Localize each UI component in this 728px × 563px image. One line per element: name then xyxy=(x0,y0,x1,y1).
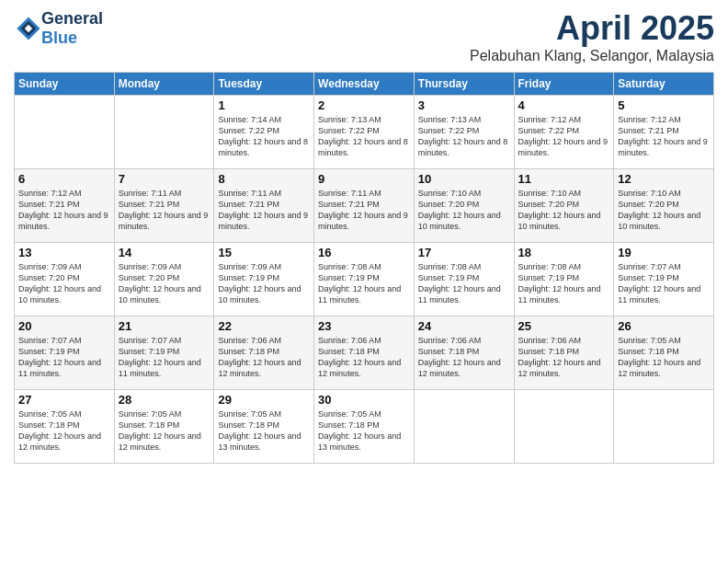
calendar-cell: 20Sunrise: 7:07 AMSunset: 7:19 PMDayligh… xyxy=(15,316,115,390)
calendar-cell: 5Sunrise: 7:12 AMSunset: 7:21 PMDaylight… xyxy=(614,96,714,169)
calendar-cell: 17Sunrise: 7:08 AMSunset: 7:19 PMDayligh… xyxy=(414,243,514,316)
calendar-cell: 23Sunrise: 7:06 AMSunset: 7:18 PMDayligh… xyxy=(314,316,415,390)
calendar-cell: 4Sunrise: 7:12 AMSunset: 7:22 PMDaylight… xyxy=(514,96,614,169)
day-number: 5 xyxy=(618,98,710,112)
logo-general-text: General xyxy=(41,9,103,29)
calendar-week-row: 1Sunrise: 7:14 AMSunset: 7:22 PMDaylight… xyxy=(15,96,714,169)
day-info: Sunrise: 7:05 AMSunset: 7:18 PMDaylight:… xyxy=(218,408,310,454)
calendar-cell: 25Sunrise: 7:06 AMSunset: 7:18 PMDayligh… xyxy=(514,316,614,390)
calendar-cell: 21Sunrise: 7:07 AMSunset: 7:19 PMDayligh… xyxy=(114,316,214,390)
day-info: Sunrise: 7:08 AMSunset: 7:19 PMDaylight:… xyxy=(318,261,410,306)
logo-blue-text: Blue xyxy=(41,29,103,48)
day-number: 18 xyxy=(518,246,610,259)
day-number: 11 xyxy=(518,172,610,186)
title-block: April 2025 Pelabuhan Klang, Selangor, Ma… xyxy=(470,9,714,64)
day-number: 8 xyxy=(218,172,310,186)
calendar-cell xyxy=(614,390,714,464)
calendar-cell: 26Sunrise: 7:05 AMSunset: 7:18 PMDayligh… xyxy=(614,316,714,390)
day-number: 9 xyxy=(318,172,410,186)
header: General Blue April 2025 Pelabuhan Klang,… xyxy=(14,9,714,64)
weekday-header-row: SundayMondayTuesdayWednesdayThursdayFrid… xyxy=(15,73,714,96)
day-number: 1 xyxy=(218,98,310,112)
day-info: Sunrise: 7:10 AMSunset: 7:20 PMDaylight:… xyxy=(618,188,710,233)
day-info: Sunrise: 7:08 AMSunset: 7:19 PMDaylight:… xyxy=(518,261,610,306)
logo-text: General Blue xyxy=(41,9,103,48)
day-number: 12 xyxy=(618,172,710,186)
calendar-cell: 14Sunrise: 7:09 AMSunset: 7:20 PMDayligh… xyxy=(114,243,214,316)
calendar-cell: 16Sunrise: 7:08 AMSunset: 7:19 PMDayligh… xyxy=(314,243,415,316)
day-number: 19 xyxy=(618,246,710,259)
calendar-cell: 28Sunrise: 7:05 AMSunset: 7:18 PMDayligh… xyxy=(114,390,214,464)
calendar-cell: 19Sunrise: 7:07 AMSunset: 7:19 PMDayligh… xyxy=(614,243,714,316)
day-number: 20 xyxy=(18,319,110,333)
day-info: Sunrise: 7:09 AMSunset: 7:20 PMDaylight:… xyxy=(18,261,110,306)
day-info: Sunrise: 7:12 AMSunset: 7:21 PMDaylight:… xyxy=(618,114,710,159)
calendar-cell: 30Sunrise: 7:05 AMSunset: 7:18 PMDayligh… xyxy=(314,390,415,464)
day-info: Sunrise: 7:07 AMSunset: 7:19 PMDaylight:… xyxy=(18,335,110,380)
day-number: 21 xyxy=(119,319,210,333)
day-number: 3 xyxy=(418,98,510,112)
day-info: Sunrise: 7:06 AMSunset: 7:18 PMDaylight:… xyxy=(318,335,410,380)
day-number: 28 xyxy=(119,393,210,407)
day-info: Sunrise: 7:08 AMSunset: 7:19 PMDaylight:… xyxy=(418,261,510,306)
day-info: Sunrise: 7:06 AMSunset: 7:18 PMDaylight:… xyxy=(218,335,310,380)
day-info: Sunrise: 7:13 AMSunset: 7:22 PMDaylight:… xyxy=(318,114,410,159)
calendar-cell xyxy=(514,390,614,464)
logo: General Blue xyxy=(14,9,103,48)
weekday-header-friday: Friday xyxy=(514,73,614,96)
day-info: Sunrise: 7:11 AMSunset: 7:21 PMDaylight:… xyxy=(318,188,410,233)
day-info: Sunrise: 7:05 AMSunset: 7:18 PMDaylight:… xyxy=(618,335,710,380)
day-info: Sunrise: 7:05 AMSunset: 7:18 PMDaylight:… xyxy=(18,408,110,454)
calendar-week-row: 20Sunrise: 7:07 AMSunset: 7:19 PMDayligh… xyxy=(15,316,714,390)
weekday-header-saturday: Saturday xyxy=(614,73,714,96)
day-info: Sunrise: 7:13 AMSunset: 7:22 PMDaylight:… xyxy=(418,114,510,159)
day-number: 14 xyxy=(119,246,210,259)
main-title: April 2025 xyxy=(470,9,714,48)
calendar-cell: 27Sunrise: 7:05 AMSunset: 7:18 PMDayligh… xyxy=(15,390,115,464)
logo-icon xyxy=(16,16,41,41)
calendar-cell: 18Sunrise: 7:08 AMSunset: 7:19 PMDayligh… xyxy=(514,243,614,316)
calendar-week-row: 27Sunrise: 7:05 AMSunset: 7:18 PMDayligh… xyxy=(15,390,714,464)
calendar-cell: 1Sunrise: 7:14 AMSunset: 7:22 PMDaylight… xyxy=(214,96,314,169)
calendar-cell: 22Sunrise: 7:06 AMSunset: 7:18 PMDayligh… xyxy=(214,316,314,390)
weekday-header-monday: Monday xyxy=(114,73,214,96)
calendar-cell: 15Sunrise: 7:09 AMSunset: 7:19 PMDayligh… xyxy=(214,243,314,316)
calendar-cell: 7Sunrise: 7:11 AMSunset: 7:21 PMDaylight… xyxy=(114,169,214,243)
day-info: Sunrise: 7:12 AMSunset: 7:22 PMDaylight:… xyxy=(518,114,610,159)
day-info: Sunrise: 7:09 AMSunset: 7:20 PMDaylight:… xyxy=(119,261,210,306)
day-info: Sunrise: 7:12 AMSunset: 7:21 PMDaylight:… xyxy=(18,188,110,233)
calendar-cell xyxy=(114,96,214,169)
day-number: 25 xyxy=(518,319,610,333)
calendar-cell: 2Sunrise: 7:13 AMSunset: 7:22 PMDaylight… xyxy=(314,96,415,169)
day-info: Sunrise: 7:10 AMSunset: 7:20 PMDaylight:… xyxy=(518,188,610,233)
day-info: Sunrise: 7:11 AMSunset: 7:21 PMDaylight:… xyxy=(119,188,210,233)
calendar-cell: 11Sunrise: 7:10 AMSunset: 7:20 PMDayligh… xyxy=(514,169,614,243)
calendar-cell: 3Sunrise: 7:13 AMSunset: 7:22 PMDaylight… xyxy=(414,96,514,169)
calendar-cell xyxy=(414,390,514,464)
day-info: Sunrise: 7:06 AMSunset: 7:18 PMDaylight:… xyxy=(518,335,610,380)
calendar-cell: 9Sunrise: 7:11 AMSunset: 7:21 PMDaylight… xyxy=(314,169,415,243)
day-number: 23 xyxy=(318,319,410,333)
calendar-cell: 13Sunrise: 7:09 AMSunset: 7:20 PMDayligh… xyxy=(15,243,115,316)
day-info: Sunrise: 7:06 AMSunset: 7:18 PMDaylight:… xyxy=(418,335,510,380)
weekday-header-wednesday: Wednesday xyxy=(314,73,415,96)
calendar-table: SundayMondayTuesdayWednesdayThursdayFrid… xyxy=(14,72,714,464)
weekday-header-thursday: Thursday xyxy=(414,73,514,96)
calendar-week-row: 6Sunrise: 7:12 AMSunset: 7:21 PMDaylight… xyxy=(15,169,714,243)
calendar-cell xyxy=(15,96,115,169)
day-number: 13 xyxy=(18,246,110,259)
calendar-cell: 10Sunrise: 7:10 AMSunset: 7:20 PMDayligh… xyxy=(414,169,514,243)
day-info: Sunrise: 7:05 AMSunset: 7:18 PMDaylight:… xyxy=(318,408,410,454)
day-info: Sunrise: 7:11 AMSunset: 7:21 PMDaylight:… xyxy=(218,188,310,233)
day-number: 24 xyxy=(418,319,510,333)
page: General Blue April 2025 Pelabuhan Klang,… xyxy=(0,0,728,563)
calendar-week-row: 13Sunrise: 7:09 AMSunset: 7:20 PMDayligh… xyxy=(15,243,714,316)
day-number: 30 xyxy=(318,393,410,407)
weekday-header-sunday: Sunday xyxy=(15,73,115,96)
day-number: 10 xyxy=(418,172,510,186)
day-info: Sunrise: 7:05 AMSunset: 7:18 PMDaylight:… xyxy=(119,408,210,454)
calendar-cell: 8Sunrise: 7:11 AMSunset: 7:21 PMDaylight… xyxy=(214,169,314,243)
day-info: Sunrise: 7:07 AMSunset: 7:19 PMDaylight:… xyxy=(618,261,710,306)
day-number: 29 xyxy=(218,393,310,407)
day-number: 27 xyxy=(18,393,110,407)
